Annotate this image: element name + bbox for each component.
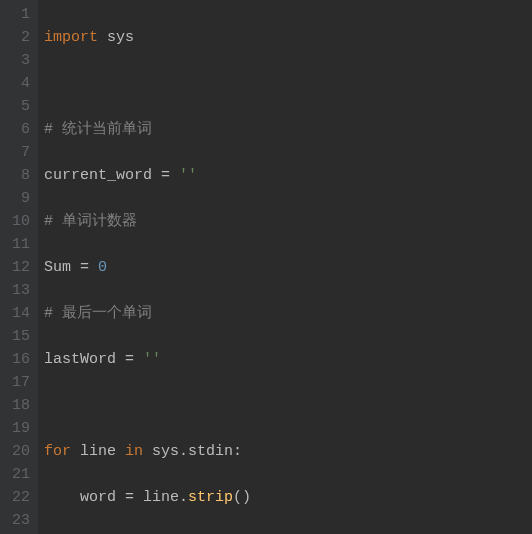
code-line: # 单词计数器 xyxy=(44,210,431,233)
line-number: 11 xyxy=(0,233,30,256)
line-number: 12 xyxy=(0,256,30,279)
line-number: 3 xyxy=(0,49,30,72)
line-number: 5 xyxy=(0,95,30,118)
comment: # 统计当前单词 xyxy=(44,121,152,138)
code-line: # 统计当前单词 xyxy=(44,118,431,141)
line-number: 6 xyxy=(0,118,30,141)
code-line: import sys xyxy=(44,26,431,49)
code-line xyxy=(44,72,431,95)
line-number: 13 xyxy=(0,279,30,302)
line-number: 19 xyxy=(0,417,30,440)
line-number: 8 xyxy=(0,164,30,187)
comment: # 最后一个单词 xyxy=(44,305,152,322)
code-line: word = line.strip() xyxy=(44,486,431,509)
line-number: 4 xyxy=(0,72,30,95)
line-number: 23 xyxy=(0,509,30,532)
line-number: 1 xyxy=(0,3,30,26)
comment: # 单词计数器 xyxy=(44,213,137,230)
code-editor[interactable]: import sys # 统计当前单词 current_word = '' # … xyxy=(38,0,431,534)
line-number-gutter: 1234567891011121314151617181920212223 xyxy=(0,0,38,534)
line-number: 14 xyxy=(0,302,30,325)
code-line: # 最后一个单词 xyxy=(44,302,431,325)
module: sys xyxy=(107,29,134,46)
code-line xyxy=(44,394,431,417)
keyword: import xyxy=(44,29,98,46)
code-line: for line in sys.stdin: xyxy=(44,440,431,463)
line-number: 18 xyxy=(0,394,30,417)
line-number: 7 xyxy=(0,141,30,164)
code-line: lastWord = '' xyxy=(44,348,431,371)
line-number: 16 xyxy=(0,348,30,371)
line-number: 9 xyxy=(0,187,30,210)
line-number: 15 xyxy=(0,325,30,348)
code-line: current_word = '' xyxy=(44,164,431,187)
code-line: Sum = 0 xyxy=(44,256,431,279)
line-number: 2 xyxy=(0,26,30,49)
line-number: 20 xyxy=(0,440,30,463)
line-number: 21 xyxy=(0,463,30,486)
line-number: 17 xyxy=(0,371,30,394)
line-number: 10 xyxy=(0,210,30,233)
line-number: 22 xyxy=(0,486,30,509)
